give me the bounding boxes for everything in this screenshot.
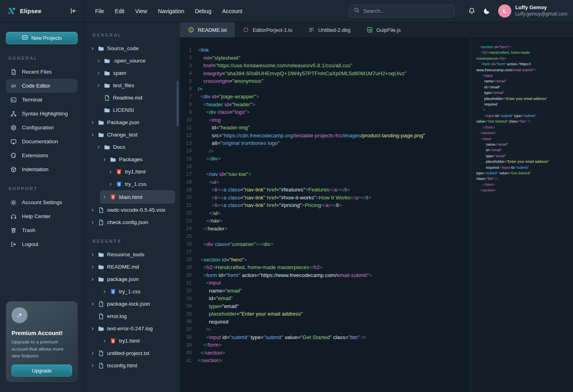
dark-mode-moon-icon[interactable] xyxy=(483,7,491,15)
chevron-right-icon[interactable] xyxy=(90,133,95,137)
chevron-right-icon[interactable] xyxy=(90,277,95,282)
line-number: 6 xyxy=(180,86,192,92)
user-profile[interactable]: L Luffy Gemoy Luffy.gemoy@gmail.com xyxy=(498,4,567,18)
tree-item-docs[interactable]: Docs xyxy=(94,141,175,153)
tree-item-try1-html[interactable]: 5try1.html xyxy=(100,335,175,347)
tree-item-test-files[interactable]: test_files xyxy=(94,79,175,92)
chevron-right-icon[interactable] xyxy=(102,289,107,294)
chevron-right-icon[interactable] xyxy=(90,302,95,306)
tree-item-label: Change_test xyxy=(107,132,138,138)
chevron-right-icon[interactable] xyxy=(108,170,113,174)
minimap-panel[interactable]: <section id="hero"><h2>Handcrafted, home… xyxy=(470,38,573,392)
tree-item-spam[interactable]: spam xyxy=(94,67,175,79)
sidebar-item-indentation[interactable]: Indentation xyxy=(6,162,78,176)
line-number: 38 xyxy=(180,334,192,340)
tree-item-untlited-project-txt[interactable]: untlited-project.txt xyxy=(88,347,175,359)
tree-item-text-error-0-247-log[interactable]: text-error-0.247.log xyxy=(88,322,175,335)
sidebar-item-documentation[interactable]: Documentation xyxy=(6,135,78,148)
tab-untlited-2-dbg[interactable]: Untlited-2.dbg xyxy=(300,22,359,37)
code-line: 2rel="stylesheet" xyxy=(180,54,470,62)
tree-item-try1-html[interactable]: 5try1.html xyxy=(106,166,175,178)
menu-view[interactable]: View xyxy=(135,8,147,14)
tree-item-swdc-vscode-0-5-45-vsix[interactable]: swdc-vscode-0.5.45.vsix xyxy=(88,204,175,216)
chevron-right-icon[interactable] xyxy=(90,220,95,225)
avatar[interactable]: L xyxy=(498,4,511,18)
sidebar-item-code-editor[interactable]: Code Editor xyxy=(6,79,78,93)
tab-gulpfile-js[interactable]: JSGulpFile.js xyxy=(359,22,409,37)
chevron-right-icon[interactable] xyxy=(102,157,107,162)
menu-navigation[interactable]: Navigation xyxy=(158,8,184,14)
new-projects-button[interactable]: New Projects xyxy=(6,32,78,44)
sidebar-item-logout[interactable]: Logout xyxy=(6,237,78,251)
line-number: 3 xyxy=(180,63,192,68)
tree-item-resuorce-tools[interactable]: Resuorce_tools xyxy=(88,248,175,261)
tree-item-try-1-css[interactable]: 3try_1.css xyxy=(100,285,175,298)
tree-item-packages[interactable]: Packages xyxy=(100,153,175,166)
minimap-line: type="email" xyxy=(476,153,571,159)
sidebar-item-syntax-highlighting[interactable]: Syntax Highlighting xyxy=(6,107,78,121)
code-line: 1<link xyxy=(180,46,470,54)
code-line: 5crossorigin="anonymous" xyxy=(180,77,470,85)
tree-item-tsconfig-html[interactable]: tsconfig.html xyxy=(88,359,175,372)
collapse-sidebar-icon[interactable] xyxy=(70,7,77,15)
sidebar-item-recent-files[interactable]: Recent Files xyxy=(6,65,78,79)
tree-item-package-json[interactable]: package.json xyxy=(88,273,175,285)
menu-debug[interactable]: Debug xyxy=(195,8,211,14)
sidebar-item-account-settings[interactable]: Account Settings xyxy=(6,195,78,209)
tree-item-licensi[interactable]: LICENSI xyxy=(94,104,175,116)
tree-item-error-log[interactable]: error.log xyxy=(88,310,175,322)
tree-item-change-test[interactable]: Change_test xyxy=(88,129,175,141)
chevron-right-icon[interactable] xyxy=(102,195,107,199)
tree-item-check-config-json[interactable]: check.config.json xyxy=(88,216,175,228)
tab-readme-txt[interactable]: README.txt xyxy=(180,22,235,37)
code-line: 29<h2>Handcrafted, home-made masterpiece… xyxy=(180,263,470,271)
sidebar-item-help-center[interactable]: Help Center xyxy=(6,209,78,223)
explorer-scrollbar[interactable] xyxy=(177,81,179,126)
chevron-right-icon[interactable] xyxy=(96,145,101,150)
code-line: 39</form> xyxy=(180,341,470,349)
chevron-right-icon[interactable] xyxy=(96,59,101,63)
code-line: 38<input id="submit" type="submit" value… xyxy=(180,333,470,341)
sidebar-item-configuration[interactable]: Configuration xyxy=(6,121,78,135)
chevron-right-icon[interactable] xyxy=(90,363,95,368)
menu-edit[interactable]: Edit xyxy=(115,8,125,14)
minimap-line: value="Get Started" class="btn" /> xyxy=(476,119,571,124)
chevron-right-icon[interactable] xyxy=(90,265,95,269)
sidebar-item-trash[interactable]: Trash xyxy=(6,223,78,237)
menu-file[interactable]: File xyxy=(95,8,104,14)
chevron-right-icon[interactable] xyxy=(90,46,95,51)
tree-item-try-1-css[interactable]: 3try_1.css xyxy=(106,178,175,190)
code-editor[interactable]: 1<link2rel="stylesheet"3href="https://us… xyxy=(180,38,470,392)
info-icon xyxy=(188,27,194,33)
notifications-bell-icon[interactable] xyxy=(468,7,476,15)
tree-item-package-json[interactable]: Package.json xyxy=(88,116,175,129)
search-input[interactable] xyxy=(363,8,450,14)
line-number: 31 xyxy=(180,280,192,286)
tab-editorporject-1-ts[interactable]: EditorPorject-1.ts xyxy=(235,22,300,37)
chevron-right-icon[interactable] xyxy=(96,71,101,76)
code-text: href="https://use.fontawesome.com/releas… xyxy=(198,62,352,68)
search-box[interactable] xyxy=(349,5,455,18)
menu-account[interactable]: Account xyxy=(222,8,242,14)
hierarchy-icon xyxy=(10,111,17,117)
chevron-right-icon[interactable] xyxy=(96,83,101,88)
tree-item-open-source[interactable]: .open_source xyxy=(94,55,175,67)
line-number: 25 xyxy=(180,234,192,239)
line-number: 36 xyxy=(180,319,192,324)
chevron-right-icon[interactable] xyxy=(90,351,95,356)
tree-item-main-html[interactable]: 5Main.html xyxy=(100,190,175,204)
sidebar-item-terminal[interactable]: Terminal xyxy=(6,93,78,107)
line-number: 9 xyxy=(180,109,192,115)
chevron-right-icon[interactable] xyxy=(102,339,107,343)
chevron-right-icon[interactable] xyxy=(108,182,113,187)
tree-item-source-code[interactable]: Source_code xyxy=(88,42,175,55)
chevron-right-icon[interactable] xyxy=(90,208,95,213)
sidebar-item-extensions[interactable]: Extensions xyxy=(6,148,78,162)
chevron-right-icon[interactable] xyxy=(90,120,95,125)
chevron-right-icon[interactable] xyxy=(90,252,95,257)
chevron-right-icon[interactable] xyxy=(90,326,95,331)
upgrade-button[interactable]: Upgrade xyxy=(12,365,72,376)
tree-item-readme-md[interactable]: Readme.md xyxy=(94,92,175,104)
tree-item-package-lock-json[interactable]: package-lock.json xyxy=(88,298,175,310)
tree-item-readme-md[interactable]: README.md xyxy=(88,261,175,273)
